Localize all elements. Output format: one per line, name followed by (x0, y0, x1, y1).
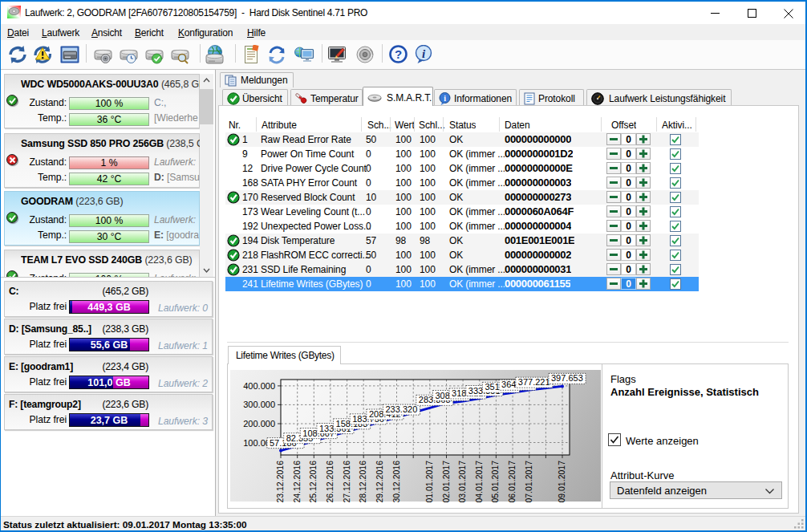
svg-text:28.12.2016: 28.12.2016 (358, 461, 367, 503)
svg-text:25.12.2016: 25.12.2016 (308, 461, 318, 503)
svg-text:300.000: 300.000 (243, 400, 275, 409)
svg-text:01.01.2017: 01.01.2017 (424, 461, 434, 503)
svg-text:30.12.2016: 30.12.2016 (391, 461, 401, 503)
svg-text:i: i (444, 94, 446, 103)
svg-text:397.653: 397.653 (551, 373, 583, 383)
svg-text:05.01.2017: 05.01.2017 (490, 461, 500, 503)
svg-text:200.000: 200.000 (243, 419, 275, 428)
svg-text:04.01.2017: 04.01.2017 (474, 461, 484, 503)
svg-text:09.01.2017: 09.01.2017 (557, 461, 566, 503)
svg-text:07.01.2017: 07.01.2017 (524, 461, 533, 503)
svg-text:24.12.2016: 24.12.2016 (292, 461, 302, 503)
svg-text:29.12.2016: 29.12.2016 (375, 461, 384, 503)
svg-text:400.000: 400.000 (243, 381, 275, 391)
svg-text:?: ? (395, 47, 402, 61)
svg-text:377.221: 377.221 (518, 377, 550, 387)
svg-text:03.01.2017: 03.01.2017 (457, 461, 467, 503)
svg-text:233.320: 233.320 (386, 404, 418, 414)
svg-text:06.01.2017: 06.01.2017 (507, 461, 517, 503)
svg-text:27.12.2016: 27.12.2016 (342, 461, 351, 503)
svg-text:26.12.2016: 26.12.2016 (325, 461, 335, 503)
svg-text:23.12.2016: 23.12.2016 (275, 461, 285, 503)
svg-text:02.01.2017: 02.01.2017 (441, 461, 451, 503)
